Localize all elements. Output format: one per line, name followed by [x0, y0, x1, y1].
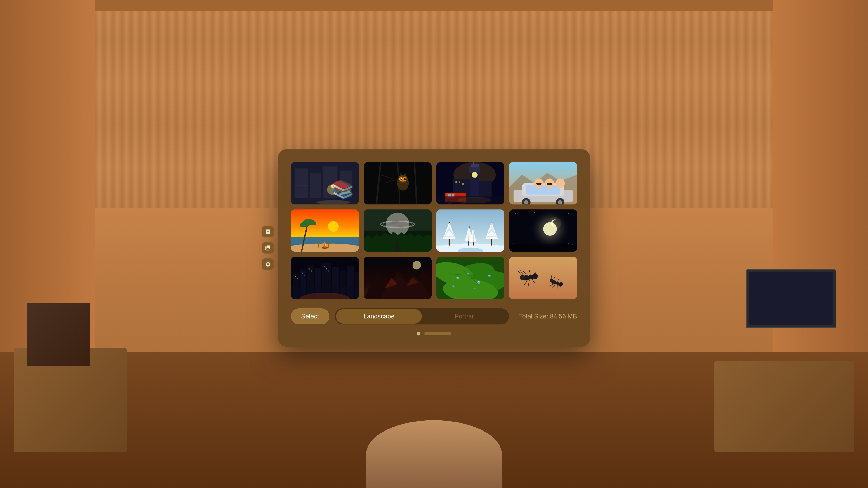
wallpaper-item[interactable]: [436, 257, 504, 299]
wallpaper-item[interactable]: [291, 257, 359, 299]
svg-rect-58: [536, 183, 541, 185]
bottom-decor: [366, 420, 502, 488]
wallpaper-item[interactable]: [436, 162, 504, 204]
wallpaper-item[interactable]: [364, 209, 432, 252]
pagination-dots: [291, 332, 577, 335]
total-size-label: Total Size: 84.56 MB: [519, 313, 577, 320]
portrait-mode-button[interactable]: Portrait: [422, 309, 508, 324]
svg-point-81: [386, 213, 409, 236]
svg-rect-32: [471, 164, 479, 167]
city-skyline-image: [291, 257, 359, 299]
pagination-dot-1[interactable]: [417, 332, 421, 335]
svg-rect-123: [569, 243, 569, 245]
svg-point-171: [477, 281, 479, 282]
svg-point-48: [458, 197, 492, 203]
bottom-toolbar: Select Landscape Portrait Total Size: 84…: [291, 308, 577, 324]
curtain-rod: [86, 0, 782, 11]
svg-point-110: [551, 215, 552, 216]
svg-rect-59: [547, 183, 552, 185]
svg-rect-122: [517, 243, 518, 245]
add-photo-icon-button[interactable]: [262, 226, 274, 237]
gallery-icon: [265, 245, 271, 251]
svg-point-65: [328, 221, 339, 232]
settings-icon-button[interactable]: [262, 258, 274, 270]
svg-rect-2: [310, 173, 320, 198]
svg-point-115: [539, 224, 539, 224]
svg-rect-138: [304, 275, 305, 276]
svg-rect-71: [316, 243, 323, 244]
box-on-table: [27, 303, 90, 366]
svg-rect-38: [456, 181, 457, 183]
ants-sand-image: [509, 257, 577, 299]
svg-point-8: [327, 184, 340, 195]
wallpaper-grid: [291, 162, 577, 299]
wallpaper-item[interactable]: [364, 257, 432, 299]
select-button[interactable]: Select: [291, 308, 329, 324]
svg-point-177: [568, 273, 569, 274]
wallpaper-item[interactable]: [509, 209, 577, 252]
beach-fire-image: [291, 209, 359, 252]
svg-rect-121: [514, 243, 514, 245]
svg-rect-54: [526, 185, 560, 194]
london-image: [436, 162, 504, 204]
svg-rect-39: [459, 181, 460, 183]
svg-rect-143: [328, 270, 329, 271]
svg-point-170: [457, 277, 458, 278]
laptop-screen: [749, 272, 833, 325]
svg-point-109: [520, 222, 520, 222]
svg-point-62: [524, 200, 528, 204]
svg-rect-73: [326, 243, 332, 244]
library-image: [291, 162, 359, 204]
svg-point-113: [572, 224, 573, 224]
car-girls-image: [509, 162, 577, 204]
svg-point-174: [520, 263, 520, 263]
svg-point-112: [568, 213, 569, 214]
svg-rect-72: [318, 243, 319, 248]
svg-point-152: [368, 261, 368, 261]
wallpaper-item[interactable]: [509, 257, 577, 299]
svg-rect-124: [572, 244, 572, 245]
wallpaper-item[interactable]: [291, 162, 359, 204]
svg-rect-141: [324, 266, 325, 267]
gallery-icon-button[interactable]: [262, 242, 274, 254]
wallpaper-item[interactable]: [364, 162, 432, 204]
wallpaper-item[interactable]: [291, 209, 359, 252]
landscape-mode-button[interactable]: Landscape: [336, 309, 422, 324]
svg-point-9: [331, 184, 336, 189]
svg-point-57: [555, 178, 565, 188]
svg-point-10: [316, 200, 350, 204]
wallpaper-picker-panel: Select Landscape Portrait Total Size: 84…: [278, 149, 590, 347]
svg-point-147: [412, 261, 421, 269]
svg-point-63: [558, 200, 562, 204]
svg-point-106: [515, 213, 516, 214]
leaves-water-image: [436, 257, 504, 299]
svg-rect-140: [311, 270, 312, 271]
planet-forest-image: [364, 209, 432, 252]
wallpaper-item[interactable]: [436, 209, 504, 252]
svg-rect-4: [340, 170, 352, 198]
svg-point-176: [551, 265, 552, 266]
side-icon-bar: [262, 226, 274, 270]
pagination-dot-2[interactable]: [424, 332, 451, 335]
svg-point-111: [562, 220, 562, 220]
svg-point-166: [477, 281, 480, 284]
svg-rect-136: [297, 278, 298, 279]
svg-point-169: [474, 288, 475, 289]
svg-point-181: [520, 275, 525, 280]
svg-point-24: [405, 178, 405, 179]
wallpaper-item[interactable]: [509, 162, 577, 204]
laptop: [746, 269, 836, 328]
svg-rect-1: [295, 168, 308, 198]
svg-rect-120: [509, 244, 577, 252]
svg-point-168: [452, 285, 454, 287]
table-left: [13, 348, 127, 452]
owl-image: [364, 162, 432, 204]
svg-rect-37: [479, 181, 492, 198]
svg-point-119: [548, 217, 561, 230]
svg-point-23: [401, 178, 402, 179]
svg-point-154: [384, 260, 385, 260]
svg-rect-40: [462, 183, 464, 185]
mountain-night-image: [364, 257, 432, 299]
svg-point-155: [402, 262, 402, 262]
svg-rect-135: [295, 276, 296, 277]
